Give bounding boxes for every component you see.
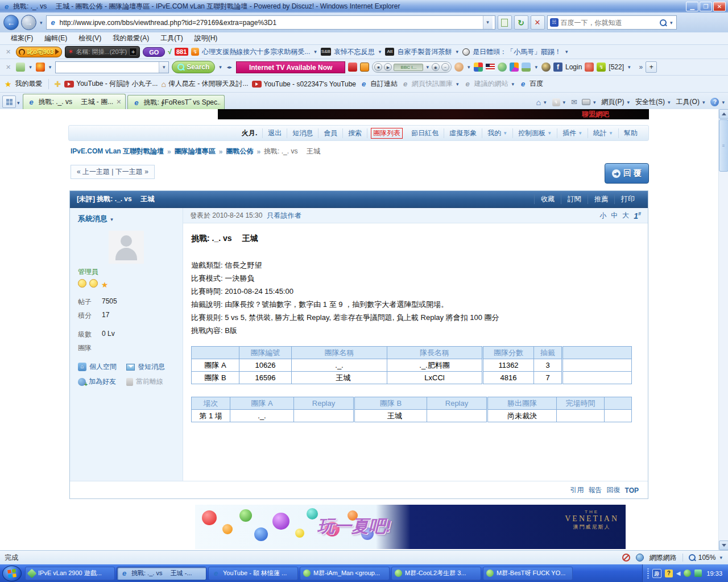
- report-link[interactable]: 報告: [589, 485, 602, 495]
- us-flag-icon[interactable]: [486, 64, 495, 70]
- headline-dropdown-2[interactable]: ▾: [378, 49, 383, 55]
- close-toolbar-icon[interactable]: ✕: [3, 48, 13, 56]
- play-icon[interactable]: [55, 49, 59, 55]
- only-author-link[interactable]: 只看該作者: [267, 211, 301, 221]
- refresh-button[interactable]: ↻: [514, 15, 528, 30]
- print-button[interactable]: ▾: [582, 99, 597, 105]
- favorite-dropdown[interactable]: ▾: [455, 81, 460, 87]
- rss-counter-dropdown[interactable]: ▾: [627, 64, 632, 70]
- search-options-dropdown[interactable]: ▾: [218, 64, 223, 70]
- plus-icon[interactable]: +: [129, 48, 137, 56]
- rss-counter-label[interactable]: [522]: [609, 63, 624, 71]
- facebook-login-label[interactable]: Login: [565, 63, 582, 71]
- player-mute-icon[interactable]: −: [441, 63, 449, 71]
- bottom-ad-banner[interactable]: 玩一夏吧! THE VENETIAN 澳門威尼斯人: [195, 505, 626, 549]
- menu-help[interactable]: 說明(H): [189, 32, 223, 44]
- reply-button[interactable]: ➜ 回 覆: [605, 163, 649, 184]
- nav-mine[interactable]: 我的▼: [482, 128, 513, 138]
- forward-button[interactable]: →: [21, 15, 36, 30]
- search-input[interactable]: [561, 19, 657, 27]
- page-menu-button[interactable]: 網頁(P)▾: [602, 97, 631, 107]
- nav-team-list[interactable]: 團隊列表: [371, 128, 403, 139]
- font-size-medium[interactable]: 中: [611, 211, 618, 221]
- home-button[interactable]: ⌂▾: [536, 98, 548, 107]
- taskbar-item-msn-2[interactable]: M群-CooL2考生群 3...: [391, 567, 481, 580]
- toolbar-add-button[interactable]: +: [646, 61, 657, 73]
- close-button[interactable]: ✕: [713, 2, 726, 11]
- minimize-button[interactable]: ▁: [686, 2, 698, 11]
- toolbar-overflow-icon[interactable]: »: [639, 63, 643, 71]
- nav-messages[interactable]: 短消息: [287, 128, 318, 138]
- restore-button[interactable]: ❐: [700, 2, 712, 11]
- prev-next-topic-button[interactable]: « 上一主題 | 下一主題 »: [71, 165, 155, 179]
- brand-flame-icon[interactable]: [36, 63, 45, 72]
- go-button[interactable]: GO: [143, 47, 165, 57]
- action-print[interactable]: 打印: [614, 194, 641, 204]
- breadcrumb-root[interactable]: IPvE.COM vLan 互聯對戰論壇: [71, 147, 164, 156]
- print-dropdown[interactable]: ▾: [592, 99, 597, 105]
- tab-current[interactable]: e 挑戰: ._. vs ゞ王城 - 團... ✕: [23, 94, 126, 109]
- action-subscribe[interactable]: 訂閱: [561, 194, 588, 204]
- rss-counter-icon[interactable]: ↯: [597, 63, 606, 72]
- font-size-large[interactable]: 大: [622, 211, 629, 221]
- tv-red-icon[interactable]: [348, 63, 357, 72]
- favorite-item-5[interactable]: e 網頁快訊圖庫 ▾: [401, 79, 460, 89]
- tv-orange-icon[interactable]: [360, 63, 369, 72]
- toolbar-search-button[interactable]: Search: [172, 61, 215, 73]
- menu-view[interactable]: 檢視(V): [73, 32, 106, 44]
- favorite-item-4[interactable]: e 自訂連結: [359, 79, 398, 89]
- breadcrumb-forum[interactable]: 團隊論壇專區: [175, 147, 216, 156]
- vertical-scrollbar[interactable]: ≡: [718, 109, 728, 550]
- help-button[interactable]: ?▾: [710, 98, 726, 106]
- add-widget-icon[interactable]: [16, 63, 25, 72]
- headline-dropdown-3[interactable]: ▾: [454, 49, 460, 55]
- taskbar-item-msn-1[interactable]: M群-iAm_Man <group...: [300, 567, 390, 580]
- taskbar-item-msn-3[interactable]: M群-BesT呀 FUCK YO...: [483, 567, 573, 580]
- compatibility-view-button[interactable]: [498, 15, 512, 30]
- ime-icon[interactable]: 趣: [652, 569, 661, 578]
- facebook-icon[interactable]: f: [553, 63, 562, 72]
- grooveshark-icon[interactable]: [541, 63, 551, 72]
- help-tray-icon[interactable]: ?: [665, 569, 673, 577]
- breadcrumb-subforum[interactable]: 團戰公佈: [226, 147, 253, 156]
- player-volume-icon[interactable]: ◉: [432, 63, 440, 71]
- top-ad-banner[interactable]: 聊盟網吧: [218, 109, 649, 119]
- action-recommend[interactable]: 推薦: [588, 194, 614, 204]
- pictures-dropdown[interactable]: ▾: [533, 64, 539, 70]
- reply-link[interactable]: 回復: [607, 485, 621, 495]
- profile-link[interactable]: ⌂ 個人空間: [78, 362, 126, 372]
- search-box[interactable]: ☵ ▾: [547, 15, 677, 30]
- headline-dropdown-4[interactable]: ▾: [564, 49, 569, 55]
- url-input[interactable]: [60, 19, 481, 27]
- add-widget-dropdown[interactable]: ▾: [28, 64, 33, 70]
- headline-dropdown-1[interactable]: ▾: [313, 49, 318, 55]
- nav-red-packet[interactable]: 節日紅包: [406, 128, 444, 138]
- nav-avatar[interactable]: 虛擬形象: [444, 128, 482, 138]
- nav-logout[interactable]: 退出: [263, 128, 287, 138]
- app-grid-icon[interactable]: [474, 63, 483, 72]
- tab-list-dropdown[interactable]: ▾: [16, 100, 21, 106]
- headline-link-1[interactable]: 心理支援熱線接六十多宗求助稱受...: [202, 47, 310, 57]
- send-message-link[interactable]: 發短消息: [126, 362, 175, 372]
- player-dropdown[interactable]: ▾: [425, 64, 430, 70]
- stop-button[interactable]: ✕: [531, 15, 545, 30]
- address-field[interactable]: e ▾: [46, 15, 495, 30]
- floor-number[interactable]: 1#: [634, 211, 641, 221]
- address-dropdown-icon[interactable]: ▾: [483, 16, 493, 29]
- radio-widget[interactable]: 叱o宅903: [16, 47, 62, 57]
- help-dropdown[interactable]: ▾: [721, 99, 726, 105]
- pictures-icon[interactable]: [522, 63, 531, 72]
- action-favorite[interactable]: 收藏: [534, 194, 561, 204]
- headline-link-2[interactable]: 哀悼不忘反思: [334, 47, 375, 57]
- close-toolbar2-icon[interactable]: ✕: [3, 64, 13, 71]
- author-name[interactable]: 系統消息: [78, 214, 107, 223]
- avatars-icon[interactable]: [454, 63, 464, 72]
- palette-icon[interactable]: [510, 63, 519, 72]
- avatar[interactable]: [109, 231, 144, 264]
- zoom-control[interactable]: 105% ▾: [682, 554, 723, 562]
- favorite-item-7[interactable]: e 百度: [519, 79, 543, 89]
- nav-members[interactable]: 會員: [318, 128, 343, 138]
- add-favorite-icon[interactable]: ✚: [55, 80, 61, 89]
- tray-collapse-icon[interactable]: ◀: [676, 570, 681, 576]
- nav-control-panel[interactable]: 控制面板▼: [513, 128, 557, 138]
